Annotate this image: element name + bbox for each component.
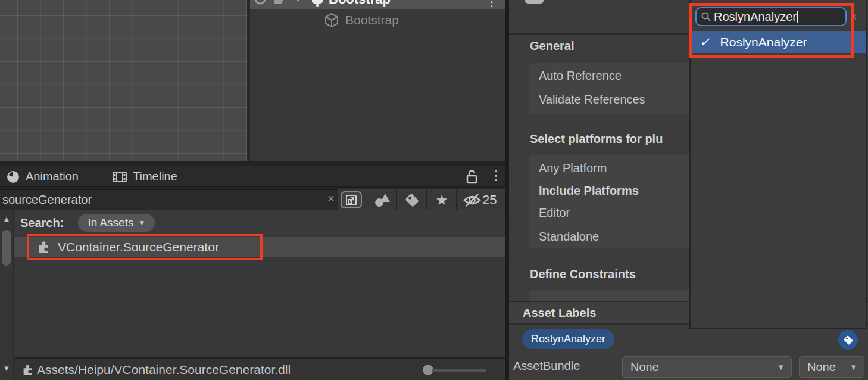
general-section-header: General bbox=[530, 39, 574, 53]
eye-off-icon bbox=[463, 192, 482, 208]
prefab-header-bar[interactable]: Bootstrap ⋮ bbox=[250, 0, 506, 9]
hierarchy-item-label: Bootstrap bbox=[345, 13, 399, 27]
prefab-root-icon bbox=[310, 0, 325, 7]
favorites-button[interactable]: ★ bbox=[427, 189, 456, 210]
validate-references-label: Validate References bbox=[539, 93, 645, 107]
auto-reference-label: Auto Reference bbox=[539, 69, 622, 83]
standalone-label: Standalone bbox=[539, 230, 599, 244]
scene-grid-viewport[interactable] bbox=[0, 0, 247, 161]
annotation-rect-result bbox=[27, 234, 263, 260]
any-platform-label: Any Platform bbox=[539, 161, 607, 175]
include-platforms-label: Include Platforms bbox=[539, 184, 639, 198]
toolbar-separator bbox=[426, 189, 427, 210]
tag-icon bbox=[843, 335, 854, 345]
unity-editor-window: Bootstrap ⋮ Bootstrap Animation Timeline… bbox=[0, 0, 868, 380]
tab-label: Timeline bbox=[133, 170, 177, 183]
kebab-menu-icon[interactable]: ⋮ bbox=[489, 168, 502, 183]
popout-window-icon bbox=[345, 194, 358, 207]
search-query-text: sourceGenerator bbox=[2, 193, 92, 207]
platforms-section-header: Select platforms for plu bbox=[530, 132, 663, 146]
scroll-up-icon[interactable]: ▲ bbox=[0, 214, 13, 223]
asset-label-chip[interactable]: RoslynAnalyzer bbox=[522, 329, 614, 349]
tab-label: Animation bbox=[26, 170, 79, 183]
search-input[interactable]: sourceGenerator bbox=[0, 189, 338, 210]
chevron-down-icon: ▼ bbox=[850, 363, 857, 372]
thumbnail-zoom-slider[interactable] bbox=[432, 369, 486, 372]
hierarchy-panel: Bootstrap ⋮ Bootstrap bbox=[250, 0, 506, 161]
project-status-bar: Assets/Heipu/VContainer.SourceGenerator.… bbox=[14, 357, 506, 380]
assetbundle-name-value: None bbox=[630, 360, 659, 374]
inspector-divider[interactable] bbox=[505, 0, 509, 380]
tab-animation[interactable]: Animation bbox=[6, 166, 79, 188]
scope-label: Search: bbox=[20, 216, 64, 230]
kebab-menu-icon[interactable]: ⋮ bbox=[486, 0, 498, 9]
horizontal-divider[interactable] bbox=[0, 161, 506, 166]
picking-icon[interactable] bbox=[271, 0, 285, 5]
toolbar-separator bbox=[396, 189, 397, 210]
assetbundle-variant-dropdown[interactable]: None ▼ bbox=[799, 356, 864, 378]
gameobject-cube-icon bbox=[324, 13, 339, 28]
shapes-icon bbox=[373, 192, 391, 208]
star-icon: ★ bbox=[435, 192, 448, 208]
assetbundle-name-dropdown[interactable]: None ▼ bbox=[622, 356, 792, 378]
tag-icon bbox=[404, 192, 420, 208]
constraints-section-header: Define Constraints bbox=[530, 267, 636, 281]
chevron-down-icon: ▼ bbox=[777, 363, 785, 372]
hidden-count: 25 bbox=[482, 189, 497, 210]
open-search-window-button[interactable] bbox=[341, 191, 362, 208]
hidden-items-button[interactable] bbox=[460, 189, 485, 210]
tab-timeline[interactable]: Timeline bbox=[112, 166, 177, 188]
project-search-toolbar: sourceGenerator × ★ 25 bbox=[0, 189, 506, 210]
scope-dropdown[interactable]: In Assets ▼ bbox=[78, 214, 155, 232]
toolbar-separator bbox=[366, 189, 366, 210]
prefab-title: Bootstrap bbox=[329, 0, 391, 7]
scroll-down-icon[interactable]: ▼ bbox=[0, 364, 13, 373]
toolbar-separator bbox=[456, 189, 457, 210]
chip-label: RoslynAnalyzer bbox=[531, 333, 605, 345]
scene-visibility-icon[interactable] bbox=[254, 0, 267, 5]
scope-value: In Assets bbox=[88, 216, 133, 229]
asset-labels-title: Asset Labels bbox=[523, 306, 596, 320]
editor-label: Editor bbox=[539, 206, 570, 220]
bottom-pane-tabbar: Animation Timeline ⋮ bbox=[0, 166, 506, 188]
foldout-arrow-icon[interactable] bbox=[293, 0, 304, 2]
results-scrollbar[interactable]: ▲ ▼ bbox=[0, 210, 13, 380]
search-scope-row: Search: In Assets ▼ bbox=[14, 210, 506, 235]
type-filter-button[interactable] bbox=[368, 189, 396, 210]
clear-search-icon[interactable]: × bbox=[325, 192, 337, 205]
inspector-tab-remnant bbox=[525, 0, 544, 4]
unlock-icon[interactable] bbox=[464, 169, 479, 185]
label-filter-button[interactable] bbox=[398, 189, 426, 210]
clock-icon bbox=[6, 170, 20, 184]
chevron-down-icon: ▼ bbox=[138, 219, 145, 227]
hierarchy-item-bootstrap[interactable]: Bootstrap bbox=[250, 11, 506, 30]
selected-asset-path: Assets/Heipu/VContainer.SourceGenerator.… bbox=[37, 363, 291, 377]
edit-labels-button[interactable] bbox=[838, 330, 858, 350]
annotation-rect-popup bbox=[689, 3, 854, 58]
assetbundle-label: AssetBundle bbox=[513, 359, 580, 373]
assetbundle-variant-value: None bbox=[807, 360, 836, 374]
film-strip-icon bbox=[112, 170, 127, 184]
plugin-puzzle-icon bbox=[21, 363, 33, 376]
scrollbar-thumb[interactable] bbox=[2, 230, 11, 266]
